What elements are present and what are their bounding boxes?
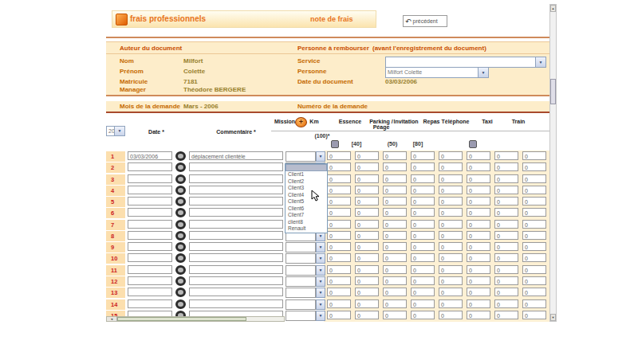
amount-input[interactable]: 0 <box>494 265 518 274</box>
amount-input[interactable]: 0 <box>411 174 435 183</box>
amount-input[interactable]: 0 <box>494 174 518 183</box>
date-input[interactable]: 03/03/2006 <box>128 151 172 160</box>
amount-input[interactable]: 0 <box>439 162 463 171</box>
mission-option[interactable]: Client4 <box>286 192 327 199</box>
amount-input[interactable]: 0 <box>383 242 407 251</box>
amount-input[interactable]: 0 <box>411 253 435 262</box>
amount-input[interactable]: 0 <box>439 197 463 205</box>
amount-input[interactable]: 0 <box>467 208 490 217</box>
calendar-icon[interactable] <box>175 265 186 275</box>
amount-input[interactable]: 0 <box>355 220 379 229</box>
dropdown-arrow-icon[interactable]: ▼ <box>316 276 325 287</box>
previous-button[interactable]: ↶ précédent <box>403 15 447 27</box>
mission-option[interactable]: Client7 <box>286 212 327 219</box>
amount-input[interactable]: 0 <box>494 242 518 251</box>
mission-select[interactable] <box>286 265 316 276</box>
amount-input[interactable]: 0 <box>439 220 463 229</box>
calendar-icon[interactable] <box>175 253 186 263</box>
amount-input[interactable]: 0 <box>411 162 435 171</box>
amount-input[interactable]: 0 <box>327 208 351 217</box>
amount-input[interactable]: 0 <box>411 186 435 194</box>
amount-input[interactable]: 0 <box>494 276 518 285</box>
amount-input[interactable]: 0 <box>355 151 379 160</box>
add-mission-icon[interactable]: + <box>295 117 307 127</box>
date-input[interactable] <box>128 162 172 171</box>
amount-input[interactable]: 0 <box>355 288 379 296</box>
amount-input[interactable]: 0 <box>355 174 379 183</box>
comment-input[interactable]: déplacement clientèle <box>189 151 283 160</box>
amount-input[interactable]: 0 <box>383 265 407 274</box>
amount-input[interactable]: 0 <box>522 197 546 205</box>
amount-input[interactable]: 0 <box>383 174 407 183</box>
amount-input[interactable]: 0 <box>467 276 490 285</box>
amount-input[interactable]: 0 <box>467 231 490 240</box>
amount-input[interactable]: 0 <box>494 231 518 240</box>
amount-input[interactable]: 0 <box>522 162 546 171</box>
amount-input[interactable]: 0 <box>467 186 490 194</box>
calendar-icon[interactable] <box>175 220 186 229</box>
vertical-scrollbar[interactable]: ▲ ▼ <box>549 4 557 322</box>
amount-input[interactable]: 0 <box>327 186 351 194</box>
amount-input[interactable]: 0 <box>522 242 546 251</box>
amount-input[interactable]: 0 <box>494 208 518 217</box>
amount-input[interactable]: 0 <box>383 311 407 319</box>
amount-input[interactable]: 0 <box>439 174 463 183</box>
calendar-icon[interactable] <box>175 242 186 252</box>
amount-input[interactable]: 0 <box>439 288 463 296</box>
amount-input[interactable]: 0 <box>383 162 407 171</box>
amount-input[interactable]: 0 <box>467 242 490 251</box>
calendar-icon[interactable] <box>175 231 186 241</box>
amount-input[interactable]: 0 <box>383 231 407 240</box>
amount-input[interactable]: 0 <box>439 242 463 251</box>
mission-option[interactable]: Client3 <box>286 185 327 192</box>
amount-input[interactable]: 0 <box>522 288 546 296</box>
dropdown-arrow-icon[interactable]: ▼ <box>316 311 325 321</box>
dropdown-arrow-icon[interactable]: ▼ <box>316 253 325 264</box>
amount-input[interactable]: 0 <box>355 299 379 308</box>
amount-input[interactable]: 0 <box>467 311 490 319</box>
calendar-icon[interactable] <box>175 162 186 172</box>
mission-option[interactable] <box>286 164 327 171</box>
amount-input[interactable]: 0 <box>327 242 351 251</box>
amount-input[interactable]: 0 <box>439 311 463 319</box>
amount-input[interactable]: 0 <box>355 311 379 319</box>
comment-input[interactable] <box>189 220 283 229</box>
amount-input[interactable]: 0 <box>439 186 463 194</box>
comment-input[interactable] <box>189 231 283 240</box>
amount-input[interactable]: 0 <box>411 299 435 308</box>
comment-input[interactable] <box>189 265 283 274</box>
date-input[interactable] <box>128 174 172 183</box>
comment-input[interactable] <box>189 299 283 308</box>
amount-input[interactable]: 0 <box>383 197 407 205</box>
amount-input[interactable]: 0 <box>494 253 518 262</box>
amount-input[interactable]: 0 <box>467 265 490 274</box>
amount-input[interactable]: 0 <box>355 186 379 194</box>
amount-input[interactable]: 0 <box>439 299 463 308</box>
comment-input[interactable] <box>189 174 283 183</box>
date-input[interactable] <box>128 186 172 194</box>
mission-select[interactable] <box>286 299 316 310</box>
comment-input[interactable] <box>189 186 283 194</box>
mission-select[interactable] <box>286 242 316 252</box>
amount-input[interactable]: 0 <box>439 208 463 217</box>
dropdown-arrow-icon[interactable]: ▼ <box>316 151 325 162</box>
amount-input[interactable]: 0 <box>383 253 407 262</box>
mission-select[interactable] <box>286 276 316 287</box>
calendar-icon[interactable] <box>175 288 186 297</box>
amount-input[interactable]: 0 <box>522 151 546 160</box>
calendar-icon[interactable] <box>175 186 186 195</box>
amount-input[interactable]: 0 <box>327 220 351 229</box>
amount-input[interactable]: 0 <box>411 197 435 205</box>
mission-select[interactable] <box>286 253 316 264</box>
comment-input[interactable] <box>189 208 283 217</box>
amount-input[interactable]: 0 <box>522 208 546 217</box>
amount-input[interactable]: 0 <box>467 220 490 229</box>
amount-input[interactable]: 0 <box>327 162 351 171</box>
horizontal-scrollbar-thumb[interactable] <box>117 317 246 321</box>
scroll-up-icon[interactable]: ▲ <box>550 5 556 12</box>
comment-input[interactable] <box>189 276 283 285</box>
dropdown-arrow-icon[interactable]: ▼ <box>478 68 488 77</box>
amount-input[interactable]: 0 <box>494 151 518 160</box>
calendar-icon[interactable] <box>175 276 186 286</box>
amount-input[interactable]: 0 <box>383 186 407 194</box>
